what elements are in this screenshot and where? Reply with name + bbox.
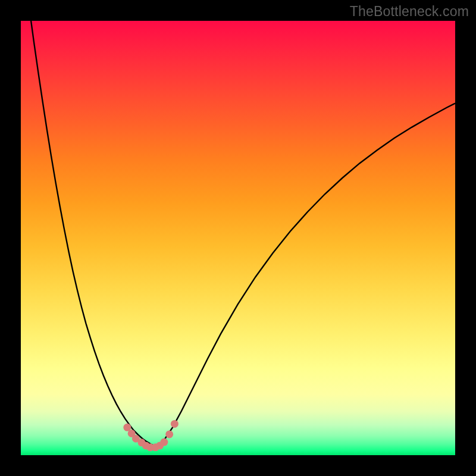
- watermark-text: TheBottleneck.com: [350, 4, 469, 20]
- marker-dot: [165, 430, 173, 438]
- marker-dot: [171, 420, 178, 428]
- bottleneck-curve: [21, 21, 455, 446]
- marker-dot: [160, 439, 168, 446]
- chart-frame: TheBottleneck.com: [0, 0, 476, 476]
- minimum-markers: [123, 420, 178, 451]
- curve-layer: [21, 21, 455, 455]
- plot-area: [21, 21, 455, 455]
